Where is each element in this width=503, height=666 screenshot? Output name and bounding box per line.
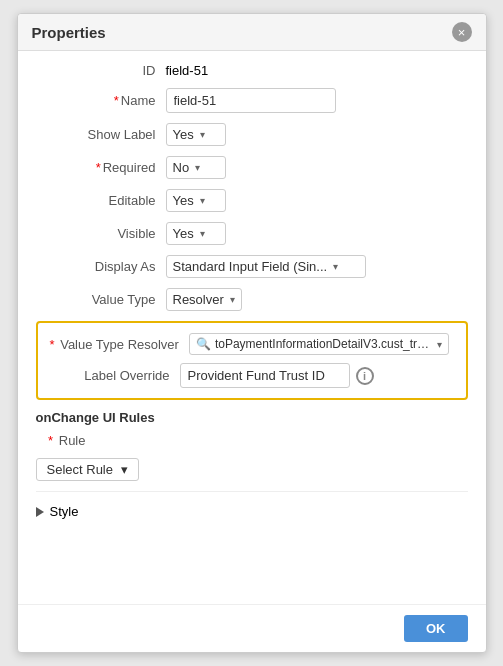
value-type-resolver-label: * Value Type Resolver [50, 337, 189, 352]
display-as-row: Display As Standard Input Field (Sin... … [36, 255, 468, 278]
value-type-resolver-select[interactable]: 🔍 toPaymentInformationDetailV3.cust_trus… [189, 333, 449, 355]
show-label-select[interactable]: Yes ▾ [166, 123, 226, 146]
properties-dialog: Properties × ID field-51 *Name Show Labe… [17, 13, 487, 653]
value-type-resolver-wrapper: 🔍 toPaymentInformationDetailV3.cust_trus… [189, 333, 454, 355]
select-rule-row: Select Rule ▾ [36, 458, 468, 481]
value-type-row: Value Type Resolver ▾ [36, 288, 468, 311]
required-label: *Required [36, 160, 166, 175]
display-as-chevron-icon: ▾ [333, 261, 338, 272]
display-as-value: Standard Input Field (Sin... [173, 259, 328, 274]
label-override-wrapper: i [180, 363, 374, 388]
visible-select[interactable]: Yes ▾ [166, 222, 226, 245]
visible-chevron-icon: ▾ [200, 228, 205, 239]
select-rule-chevron-icon: ▾ [121, 462, 128, 477]
display-as-select-wrapper: Standard Input Field (Sin... ▾ [166, 255, 468, 278]
value-type-label: Value Type [36, 292, 166, 307]
rule-required-star: * [48, 433, 57, 448]
editable-select[interactable]: Yes ▾ [166, 189, 226, 212]
search-icon: 🔍 [196, 337, 211, 351]
style-triangle-icon [36, 507, 44, 517]
required-chevron-icon: ▾ [195, 162, 200, 173]
style-label: Style [50, 504, 79, 519]
resolver-box: * Value Type Resolver 🔍 toPaymentInforma… [36, 321, 468, 400]
required-row: *Required No ▾ [36, 156, 468, 179]
visible-value: Yes [173, 226, 194, 241]
visible-row: Visible Yes ▾ [36, 222, 468, 245]
display-as-label: Display As [36, 259, 166, 274]
value-type-value: Resolver [173, 292, 224, 307]
rule-row: * Rule [36, 433, 468, 448]
value-type-chevron-icon: ▾ [230, 294, 235, 305]
dialog-title: Properties [32, 24, 106, 41]
name-field-wrapper [166, 88, 468, 113]
name-required-star: * [114, 93, 119, 108]
show-label-row: Show Label Yes ▾ [36, 123, 468, 146]
select-rule-label: Select Rule [47, 462, 113, 477]
display-as-select[interactable]: Standard Input Field (Sin... ▾ [166, 255, 366, 278]
id-value: field-51 [166, 63, 468, 78]
info-icon[interactable]: i [356, 367, 374, 385]
rule-label: * Rule [36, 433, 96, 448]
required-select[interactable]: No ▾ [166, 156, 226, 179]
value-type-select[interactable]: Resolver ▾ [166, 288, 242, 311]
value-type-resolver-row: * Value Type Resolver 🔍 toPaymentInforma… [50, 333, 454, 355]
resolver-chevron-icon: ▾ [437, 339, 442, 350]
dialog-footer: OK [18, 604, 486, 652]
style-section[interactable]: Style [36, 498, 468, 525]
value-type-select-wrapper: Resolver ▾ [166, 288, 468, 311]
dialog-body: ID field-51 *Name Show Label Yes ▾ [18, 51, 486, 604]
show-label-label: Show Label [36, 127, 166, 142]
editable-label: Editable [36, 193, 166, 208]
required-select-wrapper: No ▾ [166, 156, 468, 179]
close-button[interactable]: × [452, 22, 472, 42]
required-value: No [173, 160, 190, 175]
name-label: *Name [36, 93, 166, 108]
editable-chevron-icon: ▾ [200, 195, 205, 206]
vtr-required-star: * [50, 337, 59, 352]
label-override-input[interactable] [180, 363, 350, 388]
show-label-value: Yes [173, 127, 194, 142]
name-input[interactable] [166, 88, 336, 113]
editable-select-wrapper: Yes ▾ [166, 189, 468, 212]
required-star: * [96, 160, 101, 175]
label-override-label: Label Override [50, 368, 180, 383]
label-override-row: Label Override i [50, 363, 454, 388]
onchange-section-title: onChange UI Rules [36, 410, 468, 425]
ok-button[interactable]: OK [404, 615, 468, 642]
name-row: *Name [36, 88, 468, 113]
visible-select-wrapper: Yes ▾ [166, 222, 468, 245]
resolver-value: toPaymentInformationDetailV3.cust_trustI… [215, 337, 431, 351]
dialog-header: Properties × [18, 14, 486, 51]
editable-row: Editable Yes ▾ [36, 189, 468, 212]
id-label: ID [36, 63, 166, 78]
visible-label: Visible [36, 226, 166, 241]
show-label-select-wrapper: Yes ▾ [166, 123, 468, 146]
editable-value: Yes [173, 193, 194, 208]
id-row: ID field-51 [36, 63, 468, 78]
select-rule-select[interactable]: Select Rule ▾ [36, 458, 139, 481]
show-label-chevron-icon: ▾ [200, 129, 205, 140]
section-divider [36, 491, 468, 492]
